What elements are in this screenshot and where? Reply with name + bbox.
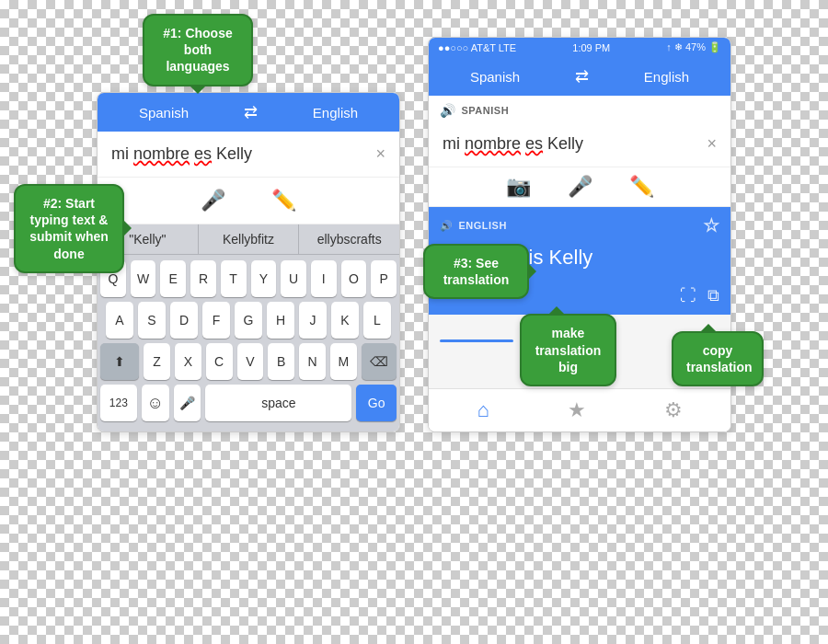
shift-key[interactable]: ⬆ — [100, 343, 139, 380]
keyboard-row-bottom: 123 ☺ 🎤 space Go — [100, 385, 397, 421]
source-lang-name: SPANISH — [462, 105, 510, 116]
favorite-button[interactable]: ☆ — [703, 214, 720, 236]
swap-icon-left[interactable]: ⇄ — [244, 102, 258, 122]
key-u[interactable]: U — [281, 260, 306, 297]
home-nav-icon[interactable]: ⌂ — [477, 398, 489, 422]
key-r[interactable]: R — [190, 260, 216, 297]
key-a[interactable]: A — [106, 302, 133, 339]
clear-input-button[interactable]: × — [375, 144, 385, 164]
lang-bar-left[interactable]: Spanish ⇄ English — [98, 93, 399, 132]
right-clear-button[interactable]: × — [707, 134, 717, 154]
callout-start-typing: #2: Start typing text & submit when done — [14, 184, 124, 273]
right-handwriting-icon[interactable]: ✏️ — [629, 175, 654, 199]
key-l[interactable]: L — [363, 302, 391, 339]
key-z[interactable]: Z — [144, 343, 170, 380]
phone-left: Spanish ⇄ English mi nombre es Kelly × 🎤… — [97, 92, 400, 432]
target-lang-left[interactable]: English — [313, 105, 358, 121]
key-p[interactable]: P — [371, 260, 397, 297]
favorites-nav-icon[interactable]: ★ — [568, 398, 586, 422]
key-b[interactable]: B — [268, 343, 294, 380]
emoji-key[interactable]: ☺ — [142, 385, 169, 421]
right-input-text: mi nombre es Kelly — [443, 134, 707, 154]
right-toolbar: 📷 🎤 ✏️ — [429, 167, 730, 206]
suggestion-2[interactable]: Kellybfitz — [199, 224, 300, 254]
output-lang-header: 🔊 ENGLISH ☆ — [429, 207, 730, 240]
progress-bar — [440, 339, 513, 342]
key-g[interactable]: G — [235, 302, 262, 339]
keyboard-row-2: A S D F G H J K L — [100, 302, 397, 339]
keyboard-row-1: Q W E R T Y U I O P — [100, 260, 397, 297]
keyboard: Q W E R T Y U I O P A S D F G H J K — [98, 255, 399, 431]
keyboard-row-3: ⬆ Z X C V B N M ⌫ — [100, 343, 397, 380]
handwriting-icon[interactable]: ✏️ — [271, 189, 296, 213]
key-d[interactable]: D — [170, 302, 198, 339]
output-lang-left: 🔊 ENGLISH — [440, 220, 507, 232]
key-s[interactable]: S — [138, 302, 166, 339]
key-h[interactable]: H — [267, 302, 294, 339]
key-m[interactable]: M — [330, 343, 357, 380]
output-lang-name: ENGLISH — [459, 220, 507, 231]
go-key[interactable]: Go — [356, 385, 397, 421]
signal-indicator: ●●○○○ AT&T LTE — [438, 42, 516, 53]
source-lang-label: 🔊 SPANISH — [429, 96, 730, 121]
key-k[interactable]: K — [331, 302, 359, 339]
key-o[interactable]: O — [341, 260, 367, 297]
keyboard-suggestions: "Kelly" Kellybfitz ellybscrafts — [98, 224, 399, 255]
callout-choose-languages: #1: Choose both languages — [143, 14, 253, 86]
key-i[interactable]: I — [311, 260, 337, 297]
keyboard-mic-key[interactable]: 🎤 — [174, 385, 201, 421]
clock: 1:09 PM — [572, 42, 610, 53]
source-lang-left[interactable]: Spanish — [139, 105, 189, 121]
speaker-icon-source[interactable]: 🔊 — [440, 103, 456, 118]
r-underlined-2: es — [525, 134, 543, 153]
key-w[interactable]: W — [131, 260, 156, 297]
key-y[interactable]: Y — [251, 260, 277, 297]
right-input-area: mi nombre es Kelly × — [429, 121, 730, 167]
key-t[interactable]: T — [221, 260, 247, 297]
r-underlined-1: nombre — [465, 134, 521, 153]
key-v[interactable]: V — [237, 343, 264, 380]
bottom-nav: ⌂ ★ ⚙ — [429, 388, 730, 431]
callout-see-translation: #3: See translation — [423, 244, 529, 299]
callout-copy-translation: copy translation — [672, 331, 764, 386]
key-x[interactable]: X — [175, 343, 201, 380]
camera-icon[interactable]: 📷 — [506, 175, 531, 199]
battery-indicator: ↑ ❄ 47% 🔋 — [666, 41, 721, 53]
right-mic-icon[interactable]: 🎤 — [568, 175, 592, 199]
underlined-word-2: es — [194, 144, 212, 163]
mic-icon[interactable]: 🎤 — [201, 189, 225, 213]
lang-bar-right[interactable]: Spanish ⇄ English — [429, 57, 730, 96]
main-container: Spanish ⇄ English mi nombre es Kelly × 🎤… — [0, 0, 828, 451]
key-j[interactable]: J — [299, 302, 327, 339]
target-lang-right[interactable]: English — [644, 69, 689, 85]
copy-icon[interactable]: ⧉ — [707, 286, 719, 305]
suggestion-3[interactable]: ellybscrafts — [299, 224, 399, 254]
numbers-key[interactable]: 123 — [100, 385, 137, 421]
input-text: mi nombre es Kelly — [111, 144, 375, 164]
speaker-icon-output[interactable]: 🔊 — [440, 220, 454, 232]
expand-icon[interactable]: ⛶ — [680, 286, 696, 305]
key-c[interactable]: C — [206, 343, 233, 380]
key-f[interactable]: F — [202, 302, 230, 339]
callout-make-big: make translation big — [520, 314, 616, 386]
key-e[interactable]: E — [160, 260, 186, 297]
settings-nav-icon[interactable]: ⚙ — [664, 398, 683, 422]
space-key[interactable]: space — [205, 385, 351, 421]
input-toolbar: 🎤 ✏️ — [98, 178, 399, 224]
source-lang-right[interactable]: Spanish — [470, 69, 520, 85]
swap-icon-right[interactable]: ⇄ — [575, 66, 589, 86]
delete-key[interactable]: ⌫ — [362, 343, 397, 380]
translation-input-section: 🔊 SPANISH mi nombre es Kelly × 📷 🎤 ✏️ — [429, 96, 730, 207]
underlined-word: nombre — [133, 144, 190, 163]
input-area[interactable]: mi nombre es Kelly × — [98, 132, 399, 178]
key-n[interactable]: N — [299, 343, 326, 380]
status-bar: ●●○○○ AT&T LTE 1:09 PM ↑ ❄ 47% 🔋 — [429, 38, 730, 57]
